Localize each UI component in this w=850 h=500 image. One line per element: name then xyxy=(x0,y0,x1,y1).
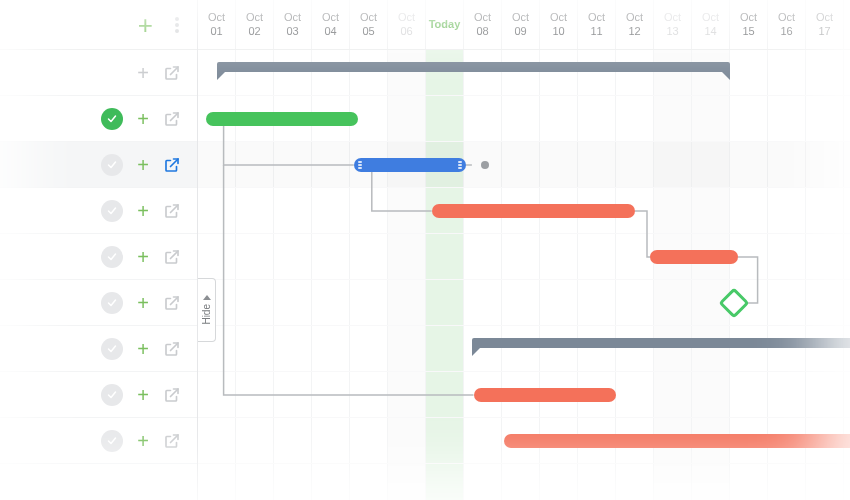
task-row[interactable]: + xyxy=(0,50,197,96)
today-column-header[interactable]: Today xyxy=(426,0,464,49)
open-task-icon[interactable] xyxy=(163,202,181,220)
chevron-up-icon xyxy=(203,295,211,300)
task-row[interactable]: + xyxy=(0,96,197,142)
open-task-icon[interactable] xyxy=(163,248,181,266)
add-subtask-button[interactable]: + xyxy=(137,339,149,359)
status-done-icon[interactable] xyxy=(101,108,123,130)
task-bar-orange3[interactable] xyxy=(474,388,617,402)
gantt-chart: + +++++++++ Hide Oct01Oct02Oct03Oct04Oct… xyxy=(0,0,850,500)
task-row[interactable]: + xyxy=(0,418,197,464)
task-bar-blue[interactable] xyxy=(354,158,466,172)
task-row[interactable]: + xyxy=(0,188,197,234)
summary-bar-1[interactable] xyxy=(217,62,730,72)
open-task-icon[interactable] xyxy=(163,64,181,82)
day-column-header[interactable]: Oct02 xyxy=(236,0,274,49)
open-task-icon[interactable] xyxy=(163,340,181,358)
task-row[interactable]: + xyxy=(0,142,197,188)
add-task-button[interactable]: + xyxy=(138,12,153,38)
status-pending-icon[interactable] xyxy=(101,338,123,360)
timeline-panel: Oct01Oct02Oct03Oct04Oct05Oct06TodayOct08… xyxy=(198,0,850,500)
day-column-header[interactable]: Oct03 xyxy=(274,0,312,49)
add-subtask-button[interactable]: + xyxy=(137,385,149,405)
day-column-header[interactable]: Oct01 xyxy=(198,0,236,49)
open-task-icon[interactable] xyxy=(163,386,181,404)
resize-handle-right[interactable] xyxy=(458,161,462,169)
collapse-panel-handle[interactable]: Hide xyxy=(198,278,216,342)
add-subtask-button[interactable]: + xyxy=(137,431,149,451)
hide-label: Hide xyxy=(201,304,212,325)
day-column-header[interactable]: Oct09 xyxy=(502,0,540,49)
add-subtask-button[interactable]: + xyxy=(137,293,149,313)
day-column-header[interactable]: Oct08 xyxy=(464,0,502,49)
open-task-icon[interactable] xyxy=(163,156,181,174)
day-column-header[interactable]: Oct12 xyxy=(616,0,654,49)
task-row[interactable]: + xyxy=(0,372,197,418)
add-subtask-button[interactable]: + xyxy=(137,201,149,221)
timeline-header: Oct01Oct02Oct03Oct04Oct05Oct06TodayOct08… xyxy=(198,0,850,50)
open-task-icon[interactable] xyxy=(163,294,181,312)
task-row[interactable]: + xyxy=(0,326,197,372)
task-bar-orange2[interactable] xyxy=(650,250,737,264)
day-column-header[interactable]: Oct15 xyxy=(730,0,768,49)
status-pending-icon[interactable] xyxy=(101,200,123,222)
task-list-panel: + +++++++++ xyxy=(0,0,198,500)
task-bar-green[interactable] xyxy=(206,112,358,126)
status-pending-icon[interactable] xyxy=(101,292,123,314)
task-row[interactable]: + xyxy=(0,234,197,280)
add-subtask-button[interactable]: + xyxy=(137,109,149,129)
status-pending-icon[interactable] xyxy=(101,154,123,176)
task-bar-orange4[interactable] xyxy=(504,434,850,448)
day-column-header[interactable]: Oct17 xyxy=(806,0,844,49)
day-column-header[interactable]: Oct05 xyxy=(350,0,388,49)
summary-bar-2[interactable] xyxy=(472,338,850,348)
add-subtask-button[interactable]: + xyxy=(137,247,149,267)
day-column-header[interactable]: Oct11 xyxy=(578,0,616,49)
open-task-icon[interactable] xyxy=(163,432,181,450)
more-menu-button[interactable] xyxy=(175,17,179,33)
status-pending-icon[interactable] xyxy=(101,246,123,268)
day-column-header[interactable]: Oct04 xyxy=(312,0,350,49)
open-task-icon[interactable] xyxy=(163,110,181,128)
day-column-header[interactable]: Oct06 xyxy=(388,0,426,49)
add-subtask-button[interactable]: + xyxy=(137,63,149,83)
day-column-header[interactable]: Oct10 xyxy=(540,0,578,49)
task-list-header: + xyxy=(0,0,197,50)
status-pending-icon[interactable] xyxy=(101,384,123,406)
task-bar-orange1[interactable] xyxy=(432,204,635,218)
task-row[interactable]: + xyxy=(0,280,197,326)
add-subtask-button[interactable]: + xyxy=(137,155,149,175)
day-column-header[interactable]: Oct16 xyxy=(768,0,806,49)
day-column-header[interactable]: Oct14 xyxy=(692,0,730,49)
day-column-header[interactable]: Oct13 xyxy=(654,0,692,49)
status-pending-icon[interactable] xyxy=(101,430,123,452)
resize-handle-left[interactable] xyxy=(358,161,362,169)
